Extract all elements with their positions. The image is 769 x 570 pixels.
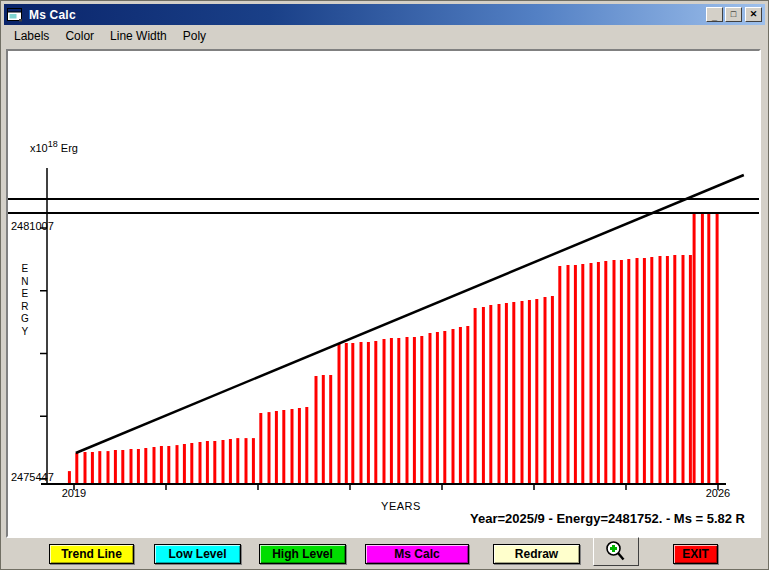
trend-line-button[interactable]: Trend Line	[49, 544, 134, 564]
x-axis-title: YEARS	[381, 500, 421, 512]
window-controls: _ □ ✕	[704, 7, 762, 22]
menu-bar: LabelsColorLine WidthPoly	[4, 25, 765, 46]
app-icon	[7, 8, 23, 22]
low-level-button[interactable]: Low Level	[154, 544, 241, 564]
y-axis-title: E N E R G Y	[21, 263, 29, 338]
x-tick-label-start: 2019	[54, 487, 94, 499]
menu-item-poly[interactable]: Poly	[175, 27, 214, 45]
menu-item-line-width[interactable]: Line Width	[102, 27, 175, 45]
ms-calc-button[interactable]: Ms Calc	[365, 544, 469, 564]
minimize-icon: _	[712, 13, 717, 22]
y-axis-unit-label: x1018 Erg	[30, 139, 78, 154]
redraw-button[interactable]: Redraw	[493, 544, 580, 564]
magnifier-plus-icon	[604, 540, 628, 564]
menu-item-color[interactable]: Color	[57, 27, 102, 45]
high-level-button[interactable]: High Level	[259, 544, 346, 564]
y-tick-label-top: 2481007	[11, 220, 54, 232]
close-icon: ✕	[750, 10, 758, 19]
level-lines	[8, 199, 759, 213]
app-window: Ms Calc _ □ ✕ LabelsColorLine WidthPoly …	[0, 0, 769, 570]
exit-button[interactable]: EXIT	[673, 544, 718, 564]
energy-chart[interactable]	[8, 51, 759, 536]
maximize-button[interactable]: □	[725, 7, 742, 22]
menu-item-labels[interactable]: Labels	[6, 27, 57, 45]
title-bar[interactable]: Ms Calc _ □ ✕	[4, 4, 765, 25]
zoom-tool-button[interactable]	[593, 537, 639, 566]
window-title: Ms Calc	[29, 8, 76, 22]
energy-bars	[69, 214, 717, 483]
minimize-button[interactable]: _	[706, 7, 723, 22]
status-line: Year=2025/9 - Energy=2481752. - Ms = 5.8…	[470, 511, 745, 526]
chart-panel: x1018 Erg E N E R G Y 2481007 2475447 20…	[6, 49, 761, 538]
close-button[interactable]: ✕	[745, 7, 762, 22]
x-tick-label-end: 2026	[698, 487, 738, 499]
maximize-icon: □	[731, 10, 736, 19]
y-tick-label-bottom: 2475447	[11, 471, 54, 483]
